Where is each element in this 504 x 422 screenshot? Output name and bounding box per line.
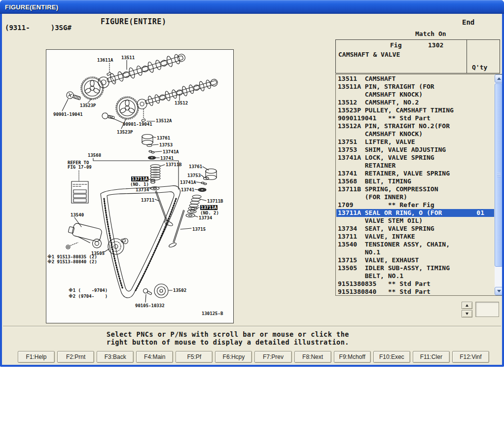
fkey-button-f12[interactable]: F12:Vinf bbox=[452, 351, 489, 363]
spinner-up-icon bbox=[466, 304, 468, 307]
diagram-part-label[interactable]: 13741A bbox=[163, 149, 179, 154]
diagram-part-label[interactable]: 13741 bbox=[181, 187, 194, 192]
parts-list-row[interactable]: 13523P PULLEY, CAMSHAFT TIMING bbox=[336, 106, 494, 114]
diagram-part-label[interactable]: 13523P bbox=[117, 130, 133, 135]
parts-list-row[interactable]: 13711B SPRING, COMPRESSION bbox=[336, 185, 494, 193]
fkey-button-f4[interactable]: F4:Main bbox=[136, 351, 173, 363]
fkey-button-f8[interactable]: F8:Next bbox=[294, 351, 331, 363]
fkey-button-f2[interactable]: F2:Prnt bbox=[57, 351, 94, 363]
fig-label: Fig bbox=[390, 41, 401, 49]
scroll-up-button[interactable] bbox=[495, 74, 502, 83]
parts-list-row-selected[interactable]: 13711A SEAL OR RING, O (FOR01 bbox=[336, 209, 494, 217]
parts-list-row[interactable]: 1709 ** Refer Fig bbox=[336, 201, 494, 209]
parts-list-row[interactable]: 13511A PIN, STRAIGHT (FOR bbox=[336, 83, 494, 91]
diagram-part-label[interactable]: 13734 bbox=[199, 215, 212, 220]
parts-list-row[interactable]: 9151380840 ** Std Part bbox=[336, 288, 494, 295]
diagram-note: (NO. 1) bbox=[130, 182, 149, 187]
diagram-part-label-selected[interactable]: 13711A bbox=[131, 176, 148, 181]
parts-list-rows: 13511 CAMSHAFT13511A PIN, STRAIGHT (FOR … bbox=[336, 74, 494, 295]
parts-list-row[interactable]: 9090119041 ** Std Part bbox=[336, 114, 494, 122]
diagram-part-label[interactable]: 13611A bbox=[97, 58, 113, 63]
parts-list-row[interactable]: NO.1 bbox=[336, 248, 494, 256]
diagram-part-label[interactable]: 90901-19041 bbox=[53, 112, 83, 117]
app-window: FIGURE(ENTIRE) (9311- )3SG# FIGURE(ENTIR… bbox=[0, 0, 504, 367]
part-row-text: VALVE STEM OIL) bbox=[338, 217, 423, 224]
parts-list-row[interactable]: RETAINER bbox=[336, 162, 494, 170]
part-row-text: NO.1 bbox=[338, 248, 380, 256]
spinner-down-icon bbox=[466, 313, 468, 315]
diagram-part-label[interactable]: 13711B bbox=[166, 162, 182, 167]
parts-list-row[interactable]: 13511 CAMSHAFT bbox=[336, 75, 494, 83]
scroll-thumb[interactable] bbox=[495, 83, 502, 267]
fkey-button-f1[interactable]: F1:Help bbox=[18, 351, 55, 363]
diagram-part-label[interactable]: 13502 bbox=[173, 288, 186, 293]
qty-spinner-up-button[interactable] bbox=[462, 302, 472, 309]
title-bar[interactable]: FIGURE(ENTIRE) bbox=[0, 0, 504, 14]
parts-list-row[interactable]: VALVE STEM OIL) bbox=[336, 217, 494, 225]
panel-divider bbox=[3, 326, 501, 327]
fkey-button-f10[interactable]: F10:Exec bbox=[373, 351, 410, 363]
diagram-part-label[interactable]: 13540 bbox=[71, 212, 84, 217]
part-row-text: CAMSHAFT KNOCK) bbox=[338, 130, 423, 138]
fkey-button-f9[interactable]: F9:Mchoff bbox=[334, 351, 371, 363]
parts-list-row[interactable]: 13741A LOCK, VALVE SPRING bbox=[336, 154, 494, 162]
parts-list-row[interactable]: 13753 SHIM, VALVE ADJUSTING bbox=[336, 146, 494, 154]
fkey-button-f6[interactable]: F6:Hcpy bbox=[215, 351, 252, 363]
parts-list-row[interactable]: CAMSHAFT KNOCK) bbox=[336, 91, 494, 99]
parts-list-row[interactable]: 13568 BELT, TIMING bbox=[336, 177, 494, 185]
diagram-part-label[interactable]: 13711B bbox=[207, 199, 223, 204]
diagram-part-label[interactable]: 13511 bbox=[121, 55, 135, 60]
qty-input[interactable] bbox=[475, 302, 499, 317]
diagram-part-label[interactable]: 90105-10332 bbox=[135, 303, 165, 308]
diagram-part-label[interactable]: 13761 bbox=[189, 164, 202, 169]
part-row-text: 13741 RETAINER, VALVE SPRING bbox=[338, 170, 450, 177]
part-row-text: 13568 BELT, TIMING bbox=[338, 177, 411, 185]
diagram-part-label[interactable]: 13741A bbox=[180, 180, 196, 185]
diagram-part-label[interactable]: 13753 bbox=[159, 142, 173, 147]
parts-list-row[interactable]: 13505 IDLER SUB-ASSY, TIMING bbox=[336, 264, 494, 272]
diagram-part-label[interactable]: 13761 bbox=[157, 136, 170, 141]
scroll-grip-icon bbox=[497, 173, 501, 177]
parts-list-row[interactable]: 13715 VALVE, EXHAUST bbox=[336, 256, 494, 264]
parts-list-row[interactable]: 13734 SEAT, VALVE SPRING bbox=[336, 225, 494, 233]
part-row-text: 9151380835 ** Std Part bbox=[338, 280, 431, 287]
diagram-note: FIG 17-09 bbox=[68, 165, 92, 170]
fig-name: CAMSHAFT & VALVE bbox=[338, 51, 400, 58]
parts-list-row[interactable]: 13512A PIN, STRAIGHT NO.2(FOR bbox=[336, 122, 494, 130]
parts-list-row[interactable]: 13711 VALVE, INTAKE bbox=[336, 233, 494, 241]
diagram-part-label[interactable]: 13715 bbox=[192, 227, 206, 232]
diagram-part-label[interactable]: 13512 bbox=[175, 101, 188, 106]
parts-list-row[interactable]: 9151380835 ** Std Part bbox=[336, 280, 494, 288]
fkey-button-f3[interactable]: F3:Back bbox=[97, 351, 134, 363]
fkey-button-f7[interactable]: F7:Prev bbox=[254, 351, 291, 363]
match-on-label: Match On bbox=[415, 30, 446, 37]
part-row-text: 13741A LOCK, VALVE SPRING bbox=[338, 154, 434, 161]
qty-spinner-down-button[interactable] bbox=[462, 310, 472, 317]
diagram-part-label[interactable]: 90901-19041 bbox=[123, 122, 152, 127]
diagram-part-label[interactable]: 13568 bbox=[88, 153, 101, 158]
fkey-button-f11[interactable]: F11:Cler bbox=[413, 351, 450, 363]
parts-list-row[interactable]: BELT, NO.1 bbox=[336, 272, 494, 280]
parts-list[interactable]: 13511 CAMSHAFT13511A PIN, STRAIGHT (FOR … bbox=[335, 74, 502, 296]
part-row-text: 1709 ** Refer Fig bbox=[338, 201, 434, 209]
parts-list-row[interactable]: CAMSHAFT KNOCK) bbox=[336, 130, 494, 138]
diagram-part-label[interactable]: 13711 bbox=[141, 198, 154, 203]
diagram-part-label[interactable]: 13512A bbox=[156, 118, 172, 123]
diagram-part-label[interactable]: 13734 bbox=[136, 187, 149, 192]
diagram-part-label[interactable]: 13741 bbox=[160, 156, 174, 161]
diagram-panel[interactable]: 13611A1351113523P90901-1904190901-190411… bbox=[46, 49, 234, 323]
diagram-part-label[interactable]: 13523P bbox=[80, 103, 96, 108]
diagram-part-label[interactable]: 13753 bbox=[187, 173, 201, 178]
scroll-down-button[interactable] bbox=[495, 287, 502, 295]
parts-list-row[interactable]: 13512 CAMSHAFT, NO.2 bbox=[336, 99, 494, 106]
list-scrollbar[interactable] bbox=[495, 74, 502, 295]
parts-list-row[interactable]: 13741 RETAINER, VALVE SPRING bbox=[336, 170, 494, 177]
parts-list-row[interactable]: (FOR INNER) bbox=[336, 193, 494, 201]
parts-list-row[interactable]: 13751 LIFTER, VALVE bbox=[336, 138, 494, 146]
fkey-button-f5[interactable]: F5:Pf bbox=[176, 351, 213, 363]
diagram-part-label-selected[interactable]: 13711A bbox=[200, 205, 217, 210]
part-row-text: RETAINER bbox=[338, 162, 396, 169]
parts-list-row[interactable]: 13540 TENSIONER ASSY, CHAIN, bbox=[336, 241, 494, 248]
chevron-down-icon bbox=[497, 290, 501, 292]
page-title: FIGURE(ENTIRE) bbox=[101, 17, 166, 26]
